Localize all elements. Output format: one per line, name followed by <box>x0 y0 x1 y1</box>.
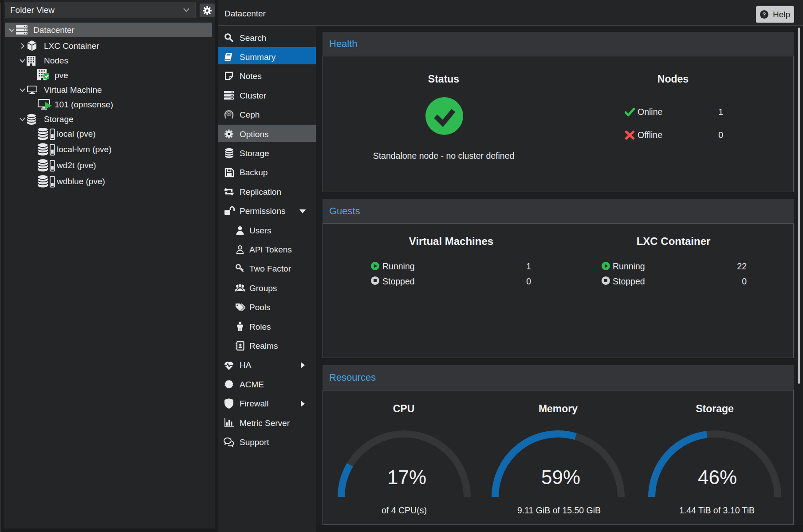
svg-text:?: ? <box>763 11 766 18</box>
